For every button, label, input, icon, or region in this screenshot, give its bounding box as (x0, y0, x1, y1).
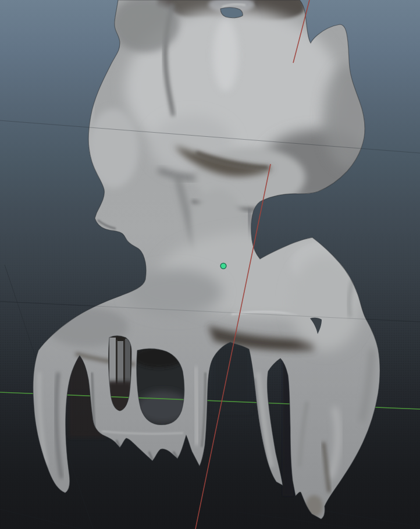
viewport-3d[interactable] (0, 0, 420, 529)
origin-point[interactable] (220, 263, 226, 268)
viewport-canvas[interactable] (0, 0, 420, 529)
origin-dot (221, 264, 226, 268)
